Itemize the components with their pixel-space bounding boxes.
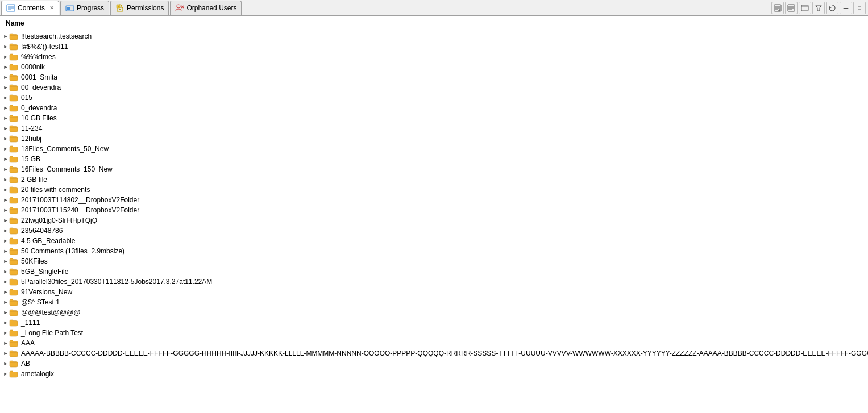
- folder-icon: [9, 62, 19, 72]
- expand-arrow-icon[interactable]: ►: [2, 246, 9, 256]
- folder-icon: [9, 359, 19, 368]
- tree-item-label: _1111: [21, 319, 40, 327]
- tree-row[interactable]: ► !#$%&'()-test11: [0, 41, 868, 52]
- minimize-btn[interactable]: ─: [840, 2, 852, 14]
- tab-contents[interactable]: Contents ✕: [1, 1, 59, 15]
- tab-permissions-label: Permissions: [127, 4, 164, 12]
- expand-arrow-icon[interactable]: ►: [2, 62, 9, 72]
- tree-row[interactable]: ► 13Files_Comments_50_New: [0, 144, 868, 154]
- filter-btn[interactable]: [812, 2, 825, 14]
- tree-row[interactable]: ► 20171003T115240__DropboxV2Folder: [0, 205, 868, 215]
- expand-arrow-icon[interactable]: ►: [2, 185, 9, 195]
- tree-row[interactable]: ► AB: [0, 358, 868, 369]
- tree-row[interactable]: ► AAA: [0, 338, 868, 348]
- folder-icon: [9, 349, 19, 358]
- expand-arrow-icon[interactable]: ►: [2, 307, 9, 318]
- expand-arrow-icon[interactable]: ►: [2, 215, 9, 226]
- expand-arrow-icon[interactable]: ►: [2, 123, 9, 134]
- tab-progress[interactable]: Progress: [60, 1, 109, 15]
- tree-row[interactable]: ► 5Parallel30files_20170330T111812-5Jobs…: [0, 277, 868, 287]
- tree-row[interactable]: ► 5GB_SingleFile: [0, 266, 868, 277]
- tree-row[interactable]: ► @@@test@@@@: [0, 307, 868, 318]
- expand-all-btn[interactable]: [785, 2, 798, 14]
- expand-arrow-icon[interactable]: ►: [2, 144, 9, 154]
- tree-row[interactable]: ► 20171003T114802__DropboxV2Folder: [0, 195, 868, 205]
- permissions-icon: [115, 3, 124, 12]
- tree-item-label: 15 GB: [21, 155, 40, 163]
- tab-permissions[interactable]: Permissions: [110, 1, 169, 15]
- tree-row[interactable]: ► 50 Comments (13files_2.9mbsize): [0, 246, 868, 256]
- expand-arrow-icon[interactable]: ►: [2, 297, 9, 307]
- expand-arrow-icon[interactable]: ►: [2, 103, 9, 113]
- expand-arrow-icon[interactable]: ►: [2, 226, 9, 236]
- tree-row[interactable]: ► 22lwg01jg0-SlrFtHpTQjQ: [0, 215, 868, 226]
- expand-arrow-icon[interactable]: ►: [2, 338, 9, 348]
- expand-arrow-icon[interactable]: ►: [2, 205, 9, 215]
- expand-arrow-icon[interactable]: ►: [2, 52, 9, 62]
- folder-icon: [9, 83, 19, 92]
- tree-row[interactable]: ► !!testsearch..testsearch: [0, 31, 868, 41]
- folder-icon: [9, 93, 19, 102]
- expand-arrow-icon[interactable]: ►: [2, 277, 9, 287]
- expand-arrow-icon[interactable]: ►: [2, 41, 9, 52]
- tree-row[interactable]: ► 2 GB file: [0, 174, 868, 185]
- tree-row[interactable]: ► AAAAA-BBBBB-CCCCC-DDDDD-EEEEE-FFFFF-GG…: [0, 348, 868, 358]
- expand-arrow-icon[interactable]: ►: [2, 266, 9, 277]
- tree-row[interactable]: ► 23564048786: [0, 226, 868, 236]
- tree-row[interactable]: ► 12hubj: [0, 134, 868, 144]
- refresh-btn[interactable]: [826, 2, 838, 14]
- tree-row[interactable]: ► 91Versions_New: [0, 287, 868, 297]
- tree-item-label: 20171003T115240__DropboxV2Folder: [21, 206, 139, 214]
- tree-row[interactable]: ► ametalogix: [0, 369, 868, 379]
- folder-icon: [9, 267, 19, 276]
- tree-row[interactable]: ► 10 GB Files: [0, 113, 868, 123]
- expand-arrow-icon[interactable]: ►: [2, 174, 9, 185]
- tree-row[interactable]: ► 50KFiles: [0, 256, 868, 266]
- tree-row[interactable]: ► 4.5 GB_Readable: [0, 236, 868, 246]
- expand-arrow-icon[interactable]: ►: [2, 287, 9, 297]
- svg-point-10: [177, 5, 180, 8]
- tree-row[interactable]: ► 0000nik: [0, 62, 868, 72]
- tree-row[interactable]: ► 0001_Smita: [0, 72, 868, 82]
- tree-row[interactable]: ► 015: [0, 93, 868, 103]
- tree-row[interactable]: ► _1111: [0, 318, 868, 328]
- tree-row[interactable]: ► @$^ STest 1: [0, 297, 868, 307]
- tab-orphaned-users[interactable]: Orphaned Users: [170, 1, 242, 15]
- svg-marker-26: [829, 6, 832, 9]
- tree-container[interactable]: ► !!testsearch..testsearch► !#$%&'()-tes…: [0, 31, 868, 413]
- expand-arrow-icon[interactable]: ►: [2, 236, 9, 246]
- expand-arrow-icon[interactable]: ►: [2, 82, 9, 93]
- tree-item-label: 23564048786: [21, 227, 63, 235]
- expand-arrow-icon[interactable]: ►: [2, 328, 9, 338]
- view-btn[interactable]: [799, 2, 811, 14]
- expand-arrow-icon[interactable]: ►: [2, 358, 9, 369]
- tree-row[interactable]: ► 20 files with comments: [0, 185, 868, 195]
- contents-icon: [6, 3, 15, 12]
- expand-arrow-icon[interactable]: ►: [2, 93, 9, 103]
- tab-contents-close[interactable]: ✕: [49, 5, 54, 11]
- tree-row[interactable]: ► 15 GB: [0, 154, 868, 164]
- expand-arrow-icon[interactable]: ►: [2, 348, 9, 358]
- tree-row[interactable]: ► 11-234: [0, 123, 868, 134]
- tree-row[interactable]: ► _Long File Path Test: [0, 328, 868, 338]
- expand-arrow-icon[interactable]: ►: [2, 31, 9, 41]
- expand-arrow-icon[interactable]: ►: [2, 72, 9, 82]
- folder-icon: [9, 277, 19, 286]
- expand-arrow-icon[interactable]: ►: [2, 369, 9, 379]
- tree-item-label: 5Parallel30files_20170330T111812-5Jobs20…: [21, 278, 212, 286]
- tree-row[interactable]: ► %%%times: [0, 52, 868, 62]
- expand-arrow-icon[interactable]: ►: [2, 134, 9, 144]
- folder-icon: [9, 134, 19, 143]
- collapse-all-btn[interactable]: [771, 2, 784, 14]
- expand-arrow-icon[interactable]: ►: [2, 256, 9, 266]
- expand-arrow-icon[interactable]: ►: [2, 154, 9, 164]
- maximize-btn[interactable]: □: [853, 2, 866, 14]
- expand-arrow-icon[interactable]: ►: [2, 195, 9, 205]
- expand-arrow-icon[interactable]: ►: [2, 164, 9, 174]
- tree-row[interactable]: ► 0_devendra: [0, 103, 868, 113]
- expand-arrow-icon[interactable]: ►: [2, 113, 9, 123]
- tree-row[interactable]: ► 00_devendra: [0, 82, 868, 93]
- tree-item-label: AB: [21, 360, 30, 368]
- expand-arrow-icon[interactable]: ►: [2, 318, 9, 328]
- tree-row[interactable]: ► 16Files_Comments_150_New: [0, 164, 868, 174]
